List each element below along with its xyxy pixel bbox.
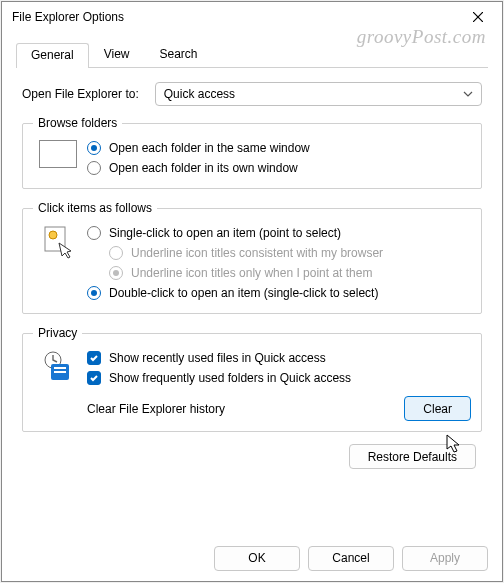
radio-double-click[interactable]: Double-click to open an item (single-cli… xyxy=(87,283,471,303)
open-to-value: Quick access xyxy=(164,87,235,101)
restore-defaults-button[interactable]: Restore Defaults xyxy=(349,444,476,469)
svg-rect-6 xyxy=(54,367,66,369)
open-to-row: Open File Explorer to: Quick access xyxy=(22,82,482,106)
radio-label: Single-click to open an item (point to s… xyxy=(109,226,341,240)
radio-underline-hover: Underline icon titles only when I point … xyxy=(87,263,471,283)
open-to-label: Open File Explorer to: xyxy=(22,87,139,101)
radio-underline-browser: Underline icon titles consistent with my… xyxy=(87,243,471,263)
browse-folders-group: Browse folders Open each folder in the s… xyxy=(22,116,482,189)
svg-rect-7 xyxy=(54,371,66,373)
dialog-title: File Explorer Options xyxy=(12,10,456,24)
radio-icon xyxy=(87,141,101,155)
radio-own-window[interactable]: Open each folder in its own window xyxy=(87,158,471,178)
radio-icon xyxy=(109,266,123,280)
radio-icon xyxy=(87,226,101,240)
radio-label: Underline icon titles only when I point … xyxy=(131,266,372,280)
clear-button[interactable]: Clear xyxy=(404,396,471,421)
chevron-down-icon xyxy=(463,89,473,99)
apply-button[interactable]: Apply xyxy=(402,546,488,571)
close-button[interactable] xyxy=(456,3,500,31)
file-explorer-options-dialog: File Explorer Options groovyPost.com Gen… xyxy=(1,1,503,582)
checkbox-icon xyxy=(87,351,101,365)
click-icon xyxy=(33,223,83,303)
browse-folders-legend: Browse folders xyxy=(33,116,122,130)
radio-label: Underline icon titles consistent with my… xyxy=(131,246,383,260)
radio-same-window[interactable]: Open each folder in the same window xyxy=(87,138,471,158)
tab-search[interactable]: Search xyxy=(145,42,213,67)
cancel-button[interactable]: Cancel xyxy=(308,546,394,571)
check-recent-files[interactable]: Show recently used files in Quick access xyxy=(87,348,471,368)
tab-strip: General View Search xyxy=(16,42,488,68)
folder-icon xyxy=(33,138,83,178)
clear-history-label: Clear File Explorer history xyxy=(87,402,225,416)
titlebar: File Explorer Options xyxy=(2,2,502,32)
dialog-footer: OK Cancel Apply xyxy=(2,535,502,581)
privacy-group: Privacy Show recently used files in Quic… xyxy=(22,326,482,432)
radio-icon xyxy=(87,286,101,300)
ok-button[interactable]: OK xyxy=(214,546,300,571)
checkbox-label: Show recently used files in Quick access xyxy=(109,351,326,365)
open-to-select[interactable]: Quick access xyxy=(155,82,482,106)
click-items-group: Click items as follows Single-click to o… xyxy=(22,201,482,314)
privacy-legend: Privacy xyxy=(33,326,82,340)
click-items-legend: Click items as follows xyxy=(33,201,157,215)
tab-general[interactable]: General xyxy=(16,43,89,68)
radio-icon xyxy=(87,161,101,175)
close-icon xyxy=(473,12,483,22)
checkbox-icon xyxy=(87,371,101,385)
radio-label: Open each folder in the same window xyxy=(109,141,310,155)
radio-label: Open each folder in its own window xyxy=(109,161,298,175)
radio-label: Double-click to open an item (single-cli… xyxy=(109,286,378,300)
dialog-content: General View Search Open File Explorer t… xyxy=(2,32,502,535)
privacy-icon xyxy=(33,348,83,388)
radio-single-click[interactable]: Single-click to open an item (point to s… xyxy=(87,223,471,243)
tab-view[interactable]: View xyxy=(89,42,145,67)
svg-point-3 xyxy=(49,231,57,239)
general-panel: Open File Explorer to: Quick access Brow… xyxy=(16,68,488,527)
checkbox-label: Show frequently used folders in Quick ac… xyxy=(109,371,351,385)
radio-icon xyxy=(109,246,123,260)
check-frequent-folders[interactable]: Show frequently used folders in Quick ac… xyxy=(87,368,471,388)
